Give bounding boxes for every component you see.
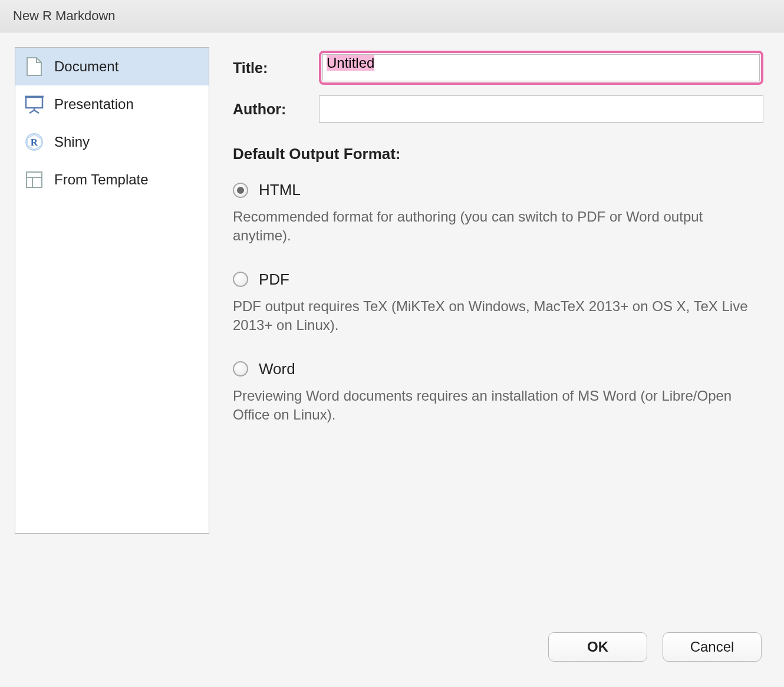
svg-text:R: R: [31, 137, 38, 148]
output-format-label: Default Output Format:: [233, 145, 763, 163]
radio-html[interactable]: [233, 183, 248, 198]
presentation-icon: [24, 94, 45, 115]
title-input-focus-ring: Untitled: [319, 51, 763, 85]
radio-label-html: HTML: [259, 181, 301, 199]
sidebar-item-document[interactable]: Document: [15, 48, 209, 85]
sidebar-item-from-template[interactable]: From Template: [15, 161, 209, 199]
window-title: New R Markdown: [13, 8, 116, 24]
main-panel: Title: Untitled Author: Default Output F…: [233, 47, 769, 622]
radio-desc-word: Previewing Word documents requires an in…: [233, 387, 763, 425]
cancel-button[interactable]: Cancel: [663, 632, 762, 662]
sidebar-item-presentation[interactable]: Presentation: [15, 85, 209, 123]
radio-option-html: HTML Recommended format for authoring (y…: [233, 181, 763, 246]
author-input[interactable]: [319, 95, 763, 123]
radio-desc-html: Recommended format for authoring (you ca…: [233, 207, 763, 246]
svg-line-4: [34, 110, 39, 113]
radio-label-word: Word: [259, 360, 295, 378]
sidebar-item-label: Presentation: [54, 96, 134, 113]
shiny-icon: R: [24, 131, 45, 153]
radio-line-pdf[interactable]: PDF: [233, 270, 763, 289]
sidebar-item-label: Document: [54, 58, 118, 75]
titlebar: New R Markdown: [0, 0, 784, 32]
radio-option-word: Word Previewing Word documents requires …: [233, 360, 763, 425]
title-row: Title: Untitled: [233, 51, 763, 85]
ok-button[interactable]: OK: [548, 632, 647, 662]
title-label: Title:: [233, 60, 319, 77]
radio-pdf[interactable]: [233, 272, 248, 287]
radio-option-pdf: PDF PDF output requires TeX (MiKTeX on W…: [233, 270, 763, 335]
title-input-value: Untitled: [327, 55, 374, 71]
radio-word[interactable]: [233, 361, 248, 376]
sidebar-item-label: From Template: [54, 171, 149, 188]
sidebar-item-shiny[interactable]: R Shiny: [15, 123, 209, 161]
document-icon: [24, 56, 45, 77]
dialog-body: Document Presentation: [0, 32, 784, 622]
output-format-group: HTML Recommended format for authoring (y…: [233, 181, 763, 424]
radio-line-html[interactable]: HTML: [233, 181, 763, 199]
svg-rect-0: [26, 97, 42, 108]
template-icon: [24, 169, 45, 190]
radio-desc-pdf: PDF output requires TeX (MiKTeX on Windo…: [233, 297, 763, 335]
author-row: Author:: [233, 95, 763, 123]
dialog-footer: OK Cancel: [0, 622, 784, 687]
radio-label-pdf: PDF: [259, 270, 289, 289]
title-input[interactable]: Untitled: [322, 54, 760, 81]
new-rmarkdown-dialog: New R Markdown Document: [0, 0, 784, 687]
author-label: Author:: [233, 101, 319, 118]
radio-line-word[interactable]: Word: [233, 360, 763, 378]
svg-line-3: [29, 110, 34, 113]
sidebar-item-label: Shiny: [54, 134, 90, 150]
type-sidebar: Document Presentation: [15, 47, 209, 534]
svg-rect-8: [27, 172, 42, 187]
